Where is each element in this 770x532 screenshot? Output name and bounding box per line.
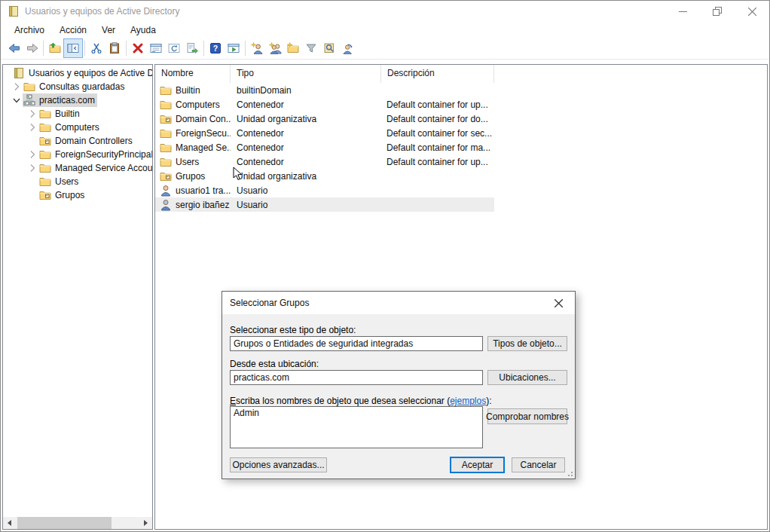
up-one-level-button[interactable] [46,39,64,57]
cell-nombre: sergio ibañez [176,200,229,210]
console-tree: Usuarios y equipos de Active DirConsulta… [3,66,152,516]
column-header-tipo[interactable]: Tipo [231,65,381,83]
tree-item-managed-service-accounts[interactable]: Managed Service Accounts [3,161,152,175]
locations-button[interactable]: Ubicaciones... [487,370,567,385]
tree-node[interactable]: Computers [38,121,102,134]
show-console-tree-button[interactable] [64,39,82,57]
advanced-options-button[interactable]: Opciones avanzadas... [230,457,327,472]
chevron-right-icon[interactable] [26,162,38,174]
chevron-right-icon[interactable] [11,81,23,93]
object-names-textarea[interactable]: Admin [230,406,483,448]
scrollbar-thumb[interactable] [17,517,112,529]
chevron-right-icon[interactable] [26,121,38,133]
new-group-button[interactable] [266,39,284,57]
ou-icon [39,135,51,147]
column-header-descripcion[interactable]: Descripción [381,65,494,83]
list-row-builtin[interactable]: BuiltinbuiltinDomain [155,83,494,97]
menu-ayuda[interactable]: Ayuda [123,23,163,37]
tree-node[interactable]: Managed Service Accounts [38,161,152,175]
cut-button[interactable] [87,39,105,57]
tree-node[interactable]: practicas.com [23,93,97,107]
tree-item-practicas-com[interactable]: practicas.com [3,93,152,107]
menu-accion[interactable]: Acción [52,23,94,37]
forward-icon [25,42,38,54]
list-row-users[interactable]: UsersContenedorDefault container for up.… [155,154,494,169]
check-names-button[interactable]: Comprobar nombres [487,408,567,424]
delegate-control-button[interactable] [338,39,356,57]
forward-button[interactable] [23,39,41,57]
paste-icon [108,42,121,54]
action-pane-button[interactable] [225,39,243,57]
list-column-headers: Nombre Tipo Descripción [155,65,767,83]
menu-ver[interactable]: Ver [94,23,123,37]
tree-node[interactable]: Grupos [38,188,87,202]
tree-item-consultas-guardadas[interactable]: Consultas guardadas [3,80,152,93]
filter-button[interactable] [302,39,320,57]
list-row-usuario1-tra[interactable]: usuario1 tra...Usuario [155,183,494,197]
menu-archivo[interactable]: Archivo [7,23,52,37]
dialog-close-button[interactable] [542,292,574,313]
tree-item-usuarios-y-equipos-de-active-dir[interactable]: Usuarios y equipos de Active Dir [3,66,152,80]
tree-item-grupos[interactable]: Grupos [3,188,152,202]
tree-item-computers[interactable]: Computers [3,121,152,134]
scrollbar-track[interactable] [16,517,139,529]
tree-node[interactable]: Usuarios y equipos de Active Dir [12,66,152,80]
help-button[interactable]: ? [206,39,225,57]
list-row-foreignsecu[interactable]: ForeignSecu...ContenedorDefault containe… [155,126,494,140]
find-button[interactable] [320,39,338,57]
minimize-button[interactable] [665,1,700,22]
cancel-button[interactable]: Cancelar [512,457,565,472]
location-field[interactable] [230,370,483,385]
close-button[interactable] [735,1,769,22]
object-type-label: Seleccionar este tipo de objeto: [230,325,356,335]
cell-nombre: Users [176,157,199,167]
cell-tipo: builtinDomain [231,85,381,96]
properties-button[interactable] [147,39,165,57]
object-types-button[interactable]: Tipos de objeto... [487,336,567,351]
chevron-right-icon[interactable] [26,148,38,161]
dialog-title-bar: Seleccionar Grupos [222,292,575,314]
tree-item-domain-controllers[interactable]: Domain Controllers [3,134,152,148]
list-row-domain-con[interactable]: Domain Con...Unidad organizativaDefault … [155,112,494,126]
ok-button[interactable]: Aceptar [450,457,505,473]
tree-node[interactable]: Users [38,175,81,188]
close-icon [748,8,756,16]
tree-node[interactable]: Builtin [38,107,82,121]
restore-button[interactable] [700,1,735,22]
tree-node[interactable]: Domain Controllers [38,134,135,148]
tree-node[interactable]: ForeignSecurityPrincipals [38,148,152,161]
examples-link[interactable]: ejemplos [450,396,486,406]
list-row-managed-se[interactable]: Managed Se...ContenedorDefault container… [155,140,494,154]
delete-button[interactable] [129,39,147,57]
scroll-left-arrow[interactable] [3,517,16,529]
new-ou-button[interactable] [284,39,302,57]
list-row-grupos[interactable]: GruposUnidad organizativa [155,169,494,183]
object-type-field[interactable] [230,336,483,351]
list-row-computers[interactable]: ComputersContenedorDefault container for… [155,97,494,112]
folder-icon [160,99,172,111]
cell-nombre: Computers [176,99,220,110]
refresh-button[interactable] [165,39,183,57]
back-button[interactable] [5,39,23,57]
tree-horizontal-scrollbar[interactable] [3,517,152,529]
tree-item-foreignsecurityprincipals[interactable]: ForeignSecurityPrincipals [3,148,152,161]
chevron-right-icon[interactable] [26,108,38,120]
column-header-nombre[interactable]: Nombre [155,65,231,83]
paste-button[interactable] [105,39,124,57]
toolbar-separator [43,41,44,56]
new-user-button[interactable] [248,39,266,57]
list-row-sergio-iba-ez[interactable]: sergio ibañezUsuario [155,197,494,212]
export-list-button[interactable] [183,39,201,57]
resize-grip[interactable] [566,469,573,477]
new-user-icon [251,42,263,54]
properties-icon [150,42,162,54]
new-ou-icon [287,42,299,54]
console-icon [13,67,25,79]
chevron-down-icon[interactable] [11,94,23,106]
toolbar-separator [84,41,85,56]
scroll-right-arrow[interactable] [139,517,152,529]
tree-node[interactable]: Consultas guardadas [23,80,127,93]
tree-item-builtin[interactable]: Builtin [3,107,152,121]
user-icon [160,185,172,197]
tree-item-users[interactable]: Users [3,175,152,188]
